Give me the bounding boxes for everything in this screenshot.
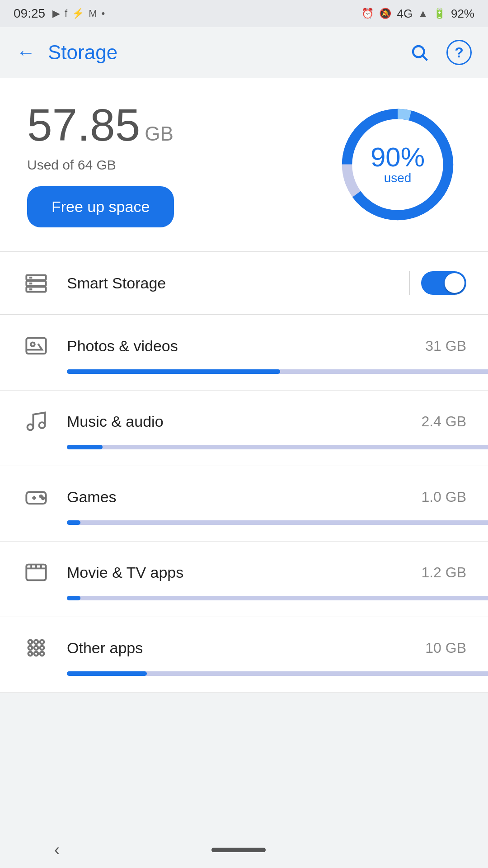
- svg-point-19: [42, 497, 44, 499]
- svg-point-30: [40, 646, 44, 650]
- nav-back-button[interactable]: ‹: [54, 840, 60, 859]
- battery-percent: 92%: [451, 7, 474, 21]
- list-item-left-games: Games: [22, 482, 117, 511]
- storage-item-otherapps[interactable]: Other apps 10 GB: [0, 617, 488, 693]
- svg-point-14: [39, 422, 45, 428]
- search-button[interactable]: [407, 40, 432, 65]
- alarm-icon: ⏰: [361, 8, 374, 19]
- item-size-music: 2.4 GB: [421, 413, 466, 430]
- storage-list: Photos & videos 31 GB Music & audio 2.4 …: [0, 315, 488, 693]
- item-size-movies: 1.2 GB: [421, 564, 466, 581]
- status-left: 09:25 ▶ f ⚡ M •: [14, 6, 105, 21]
- svg-point-12: [31, 342, 35, 346]
- page-title: Storage: [48, 41, 117, 64]
- list-item-left-music: Music & audio: [22, 407, 164, 436]
- smart-storage-right: [409, 271, 466, 295]
- svg-point-32: [34, 652, 38, 656]
- item-label-music: Music & audio: [67, 413, 164, 430]
- games-icon: [22, 482, 51, 511]
- battery-icon: 🔋: [433, 8, 446, 19]
- donut-text: 90% used: [371, 144, 425, 185]
- list-item-left-movies: Movie & TV apps: [22, 558, 183, 587]
- vertical-divider: [409, 271, 410, 295]
- music-icon: [22, 407, 51, 436]
- progress-bar-bg-music: [67, 445, 488, 449]
- mute-icon: 🔕: [379, 8, 391, 19]
- svg-point-31: [28, 652, 33, 656]
- smart-storage-left: Smart Storage: [22, 269, 166, 297]
- youtube-icon: ▶: [52, 8, 60, 19]
- svg-line-1: [423, 56, 427, 61]
- svg-point-26: [34, 640, 38, 644]
- app-bar: ← Storage ?: [0, 27, 488, 78]
- free-up-space-button[interactable]: Free up space: [27, 186, 174, 227]
- help-button[interactable]: ?: [446, 40, 472, 65]
- smart-storage-item[interactable]: Smart Storage: [0, 252, 488, 314]
- facebook-icon: f: [65, 8, 67, 19]
- svg-point-27: [40, 640, 44, 644]
- storage-item-photos[interactable]: Photos & videos 31 GB: [0, 315, 488, 391]
- storage-item-movies[interactable]: Movie & TV apps 1.2 GB: [0, 542, 488, 617]
- photos-icon: [22, 331, 51, 360]
- item-label-photos: Photos & videos: [67, 337, 178, 355]
- app-bar-left: ← Storage: [16, 41, 117, 64]
- progress-bar-bg-movies: [67, 596, 488, 600]
- movies-icon: [22, 558, 51, 587]
- svg-point-28: [28, 646, 33, 650]
- item-label-games: Games: [67, 488, 117, 506]
- dot-icon: •: [102, 8, 105, 19]
- item-size-photos: 31 GB: [425, 338, 466, 354]
- smart-storage-toggle[interactable]: [421, 271, 466, 295]
- svg-rect-11: [26, 338, 46, 354]
- status-bar: 09:25 ▶ f ⚡ M • ⏰ 🔕 4G ▲ 🔋 92%: [0, 0, 488, 27]
- donut-percent: 90%: [371, 144, 425, 171]
- list-item-row-music: Music & audio 2.4 GB: [22, 407, 466, 436]
- storage-amount: 57.85 GB: [27, 102, 174, 147]
- status-right: ⏰ 🔕 4G ▲ 🔋 92%: [361, 7, 474, 21]
- svg-point-33: [40, 652, 44, 656]
- bottom-nav: ‹: [0, 832, 488, 868]
- nav-home-pill[interactable]: [211, 848, 266, 852]
- item-size-otherapps: 10 GB: [425, 640, 466, 656]
- signal-icon: ▲: [418, 8, 428, 19]
- svg-point-0: [413, 46, 424, 57]
- list-item-row-photos: Photos & videos 31 GB: [22, 331, 466, 360]
- item-size-games: 1.0 GB: [421, 489, 466, 505]
- list-item-left-photos: Photos & videos: [22, 331, 178, 360]
- storage-item-games[interactable]: Games 1.0 GB: [0, 466, 488, 542]
- back-button[interactable]: ←: [16, 42, 35, 63]
- storage-unit: GB: [145, 123, 174, 145]
- donut-used-label: used: [371, 171, 425, 185]
- storage-of: Used of 64 GB: [27, 157, 174, 173]
- storage-donut-chart: 90% used: [334, 101, 461, 228]
- svg-point-25: [28, 640, 33, 644]
- progress-bar-fill-music: [67, 445, 103, 449]
- gmail-icon: M: [89, 8, 97, 19]
- status-icons: ▶ f ⚡ M •: [52, 8, 105, 19]
- progress-bar-fill-photos: [67, 369, 280, 374]
- toggle-knob: [445, 273, 465, 293]
- storage-card: 57.85 GB Used of 64 GB Free up space 90%…: [0, 78, 488, 251]
- progress-bar-fill-games: [67, 520, 80, 525]
- svg-point-29: [34, 646, 38, 650]
- storage-info: 57.85 GB Used of 64 GB Free up space: [27, 102, 174, 227]
- apps-icon: [22, 633, 51, 662]
- progress-bar-bg-games: [67, 520, 488, 525]
- network-type: 4G: [397, 7, 413, 21]
- list-item-left-otherapps: Other apps: [22, 633, 143, 662]
- storage-item-music[interactable]: Music & audio 2.4 GB: [0, 391, 488, 466]
- list-item-row-games: Games 1.0 GB: [22, 482, 466, 511]
- svg-point-13: [28, 425, 33, 430]
- item-label-movies: Movie & TV apps: [67, 564, 183, 581]
- smart-storage-icon: [22, 269, 51, 297]
- messenger-icon: ⚡: [72, 8, 84, 19]
- list-item-row-movies: Movie & TV apps 1.2 GB: [22, 558, 466, 587]
- smart-storage-label: Smart Storage: [67, 274, 166, 292]
- app-bar-actions: ?: [407, 40, 472, 65]
- progress-bar-bg-otherapps: [67, 671, 488, 676]
- progress-bar-fill-otherapps: [67, 671, 147, 676]
- used-amount: 57.85: [27, 102, 140, 147]
- status-time: 09:25: [14, 6, 45, 21]
- list-item-row-otherapps: Other apps 10 GB: [22, 633, 466, 662]
- progress-bar-fill-movies: [67, 596, 80, 600]
